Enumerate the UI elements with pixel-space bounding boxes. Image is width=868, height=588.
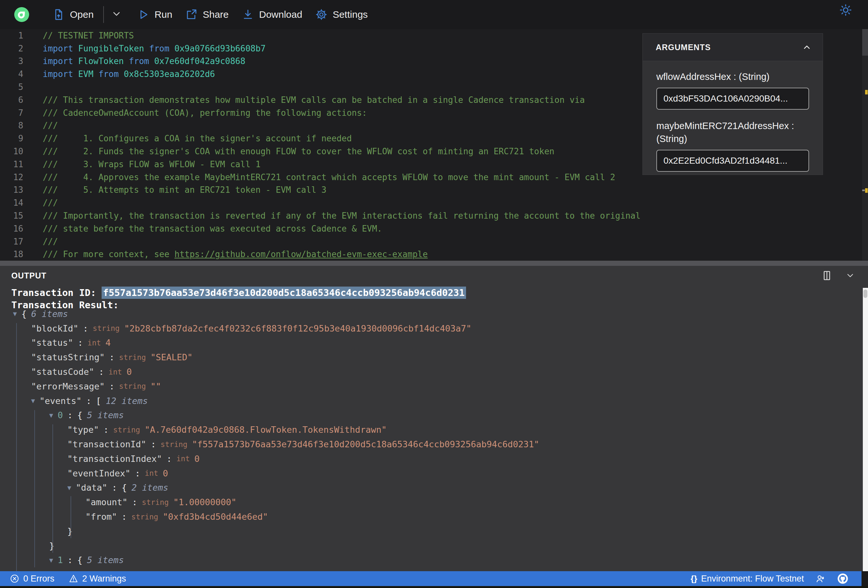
code-line[interactable]: 13/// 5. Attempts to mint an ERC721 toke… (0, 184, 868, 197)
json-pn: : (151, 439, 156, 449)
line-number: 7 (0, 108, 23, 118)
flow-logo-icon[interactable] (14, 7, 29, 22)
warning-marker (865, 188, 868, 193)
arguments-panel-header[interactable]: ARGUMENTS (643, 34, 823, 61)
json-tl: string (161, 440, 187, 449)
panel-resize-handle[interactable] (0, 261, 868, 266)
code-token: // TESTNET IMPORTS (43, 31, 134, 40)
theme-toggle-sun-icon[interactable] (839, 3, 852, 17)
editor-scrollbar-thumb[interactable] (862, 29, 868, 56)
expand-triangle-icon[interactable]: ▼ (49, 411, 53, 419)
download-button[interactable]: Download (242, 9, 302, 21)
split-editor-icon[interactable] (821, 269, 833, 282)
json-tl: string (93, 324, 120, 333)
json-sv: "1.00000000" (173, 497, 236, 507)
expand-triangle-icon[interactable]: ▼ (13, 310, 17, 318)
json-pn: { (122, 483, 127, 492)
json-tree-row: "eventIndex":int0 (0, 466, 861, 480)
collapse-chevron-up-icon[interactable] (802, 42, 812, 52)
json-pn: : (109, 352, 115, 362)
expand-triangle-icon[interactable]: ▼ (31, 397, 35, 405)
json-pn: : (67, 555, 72, 565)
code-token: /// 3. Wraps FLOW as WFLOW - EVM call 1 (43, 159, 261, 169)
settings-button[interactable]: Settings (315, 9, 368, 21)
json-tree-row: ▼1:{5 items (0, 553, 861, 567)
indent-guide (34, 410, 35, 567)
run-label: Run (154, 9, 172, 20)
code-line[interactable]: 14/// (0, 196, 868, 209)
json-pn: : (109, 381, 115, 391)
code-token: FungibleToken (73, 44, 149, 53)
code-line[interactable]: 15/// Importantly, the transaction is re… (0, 209, 868, 222)
open-dropdown-chevron-icon[interactable] (111, 9, 122, 21)
json-it: 12 items (106, 396, 148, 406)
json-nv: 0 (194, 454, 199, 464)
flow-playground-app: { "toolbar": { "open": "Open", "run": "R… (0, 0, 868, 588)
code-line[interactable]: 16/// state before the transaction was e… (0, 222, 868, 235)
json-idx: 0 (58, 410, 63, 420)
json-key: "data" (76, 483, 108, 492)
environment-label: Environment: Flow Testnet (701, 574, 804, 584)
json-tree-row: ▼{6 items (0, 307, 861, 321)
line-number: 3 (0, 56, 23, 66)
code-line[interactable]: 17/// (0, 235, 868, 248)
code-token: /// (43, 237, 58, 246)
line-number: 5 (0, 82, 23, 92)
json-pn: } (67, 526, 72, 536)
expand-triangle-icon[interactable]: ▼ (49, 556, 53, 564)
settings-label: Settings (333, 9, 368, 20)
desktop-edge (0, 586, 868, 588)
argument-input[interactable] (656, 150, 809, 172)
json-nv: 0 (127, 367, 132, 377)
download-icon (242, 9, 254, 21)
github-icon[interactable] (837, 573, 849, 584)
json-key: "blockId" (31, 323, 78, 333)
json-pn: : (135, 468, 140, 478)
environment-status[interactable]: {} Environment: Flow Testnet (691, 574, 804, 584)
code-token: 0x7e60df042a9c0868 (149, 56, 245, 66)
code-token: /// Importantly, the transaction is reve… (43, 211, 641, 221)
status-bar: 0 Errors 2 Warnings {} Environment: Flow… (0, 571, 868, 586)
feedback-person-icon[interactable] (815, 573, 826, 584)
line-number: 17 (0, 237, 23, 246)
code-token: /// state before the transaction was exe… (43, 224, 382, 233)
line-number: 14 (0, 198, 23, 208)
run-button[interactable]: Run (137, 9, 172, 21)
warning-marker (865, 90, 868, 94)
code-token: import (43, 56, 73, 66)
code-link[interactable]: https://github.com/onflow/batched-evm-ex… (174, 249, 428, 259)
warning-icon (69, 574, 78, 584)
share-button[interactable]: Share (185, 9, 229, 21)
editor-scrollbar[interactable] (862, 29, 868, 261)
indent-guide (16, 323, 17, 571)
json-tree-row: "amount":string"1.00000000" (0, 495, 861, 509)
code-line[interactable]: 18/// For more context, see https://gith… (0, 248, 868, 261)
json-tl: int (176, 454, 190, 463)
argument-input[interactable] (656, 88, 809, 110)
output-title: OUTPUT (11, 271, 47, 280)
code-token: /// CadenceOwnedAccount (COA), performin… (43, 108, 367, 118)
line-number: 12 (0, 172, 23, 182)
output-collapse-chevron-icon[interactable] (845, 271, 855, 280)
expand-triangle-icon[interactable]: ▼ (67, 484, 71, 492)
json-tree-row: } (0, 524, 861, 538)
json-key: "status" (31, 337, 73, 348)
open-label: Open (70, 9, 93, 20)
json-tree-row: ▼"events":[12 items (0, 393, 861, 408)
line-number: 16 (0, 224, 23, 233)
line-number: 15 (0, 211, 23, 221)
indent-guide (71, 496, 71, 538)
warnings-status[interactable]: 2 Warnings (69, 574, 126, 584)
braces-icon: {} (691, 574, 697, 584)
argument-label: maybeMintERC721AddressHex : (String) (656, 119, 809, 145)
json-idx: 1 (58, 555, 63, 565)
open-button[interactable]: Open (52, 9, 93, 21)
output-scrollbar[interactable] (863, 288, 868, 571)
output-scrollbar-thumb[interactable] (864, 289, 867, 298)
json-tree-row: "from":string"0xfd3b4cd50d44e6ed" (0, 509, 861, 524)
json-tl: string (119, 353, 146, 362)
line-number: 9 (0, 134, 23, 143)
errors-status[interactable]: 0 Errors (10, 574, 55, 584)
arguments-list: wflowAddressHex : (String)maybeMintERC72… (643, 61, 823, 181)
arguments-panel: ARGUMENTS wflowAddressHex : (String)mayb… (642, 33, 823, 175)
